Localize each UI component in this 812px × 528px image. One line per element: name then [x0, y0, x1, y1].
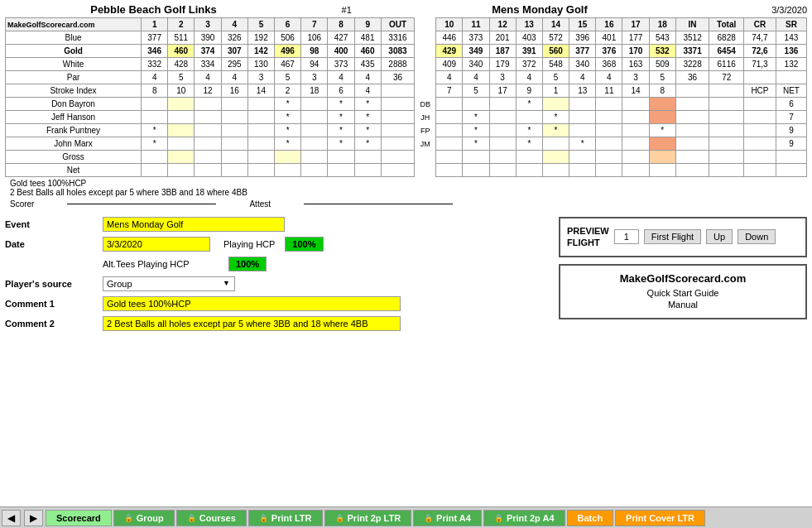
col-13: 13: [516, 18, 542, 31]
mgsc-box: MakeGolfScorecard.com Quick Start Guide …: [559, 264, 807, 319]
white-label: White: [6, 58, 142, 71]
website-cell: MakeGolfScorecard.com: [6, 18, 142, 31]
form-section: Event Date Playing HCP 100% Alt.Tees Pla…: [5, 217, 550, 336]
scorer-line: [67, 204, 216, 204]
comment1-input[interactable]: [103, 296, 401, 311]
attest-label: Attest: [249, 199, 271, 209]
batch-tab-label: Batch: [578, 513, 603, 523]
alt-tees-value: 100%: [228, 257, 267, 271]
event-row: Event: [5, 217, 550, 232]
column-header-row: MakeGolfScorecard.com 1 2 3 4 5 6 7 8 9 …: [6, 18, 807, 31]
col-spacer: [415, 18, 436, 31]
col-out: OUT: [381, 18, 414, 31]
tab-print-ltr[interactable]: 🔒 Print LTR: [248, 510, 323, 526]
comment2-row: Comment 2: [5, 316, 550, 331]
event-label: Event: [5, 219, 96, 229]
preview-flight-box: PREVIEWFLIGHT First Flight Up Down: [559, 217, 807, 257]
quick-start-link[interactable]: Quick Start Guide: [567, 288, 799, 298]
print-ltr-tab-label: Print LTR: [271, 513, 312, 523]
col-8: 8: [328, 18, 354, 31]
preview-label: PREVIEWFLIGHT: [567, 225, 609, 249]
tab-print-2p-ltr[interactable]: 🔒 Print 2p LTR: [324, 510, 412, 526]
scorecard-tab-label: Scorecard: [56, 513, 101, 523]
col-18: 18: [649, 18, 675, 31]
table-row: John Marx **** JM ***9: [6, 137, 807, 151]
nav-next-button[interactable]: ▶: [24, 510, 43, 526]
tab-scorecard[interactable]: Scorecard: [46, 510, 112, 526]
col-12: 12: [489, 18, 516, 31]
tab-group[interactable]: 🔒 Group: [113, 510, 175, 526]
down-button[interactable]: Down: [738, 229, 776, 244]
playing-hcp-value: 100%: [285, 237, 323, 252]
player-don: Don Bayron: [6, 98, 142, 111]
up-button[interactable]: Up: [706, 229, 733, 244]
print-a4-lock-icon: 🔒: [424, 514, 433, 522]
table-row: Stroke Index 81012161421864 751791131114…: [6, 84, 807, 98]
players-source-select[interactable]: Group: [103, 276, 235, 291]
players-source-label: Player's source: [5, 279, 96, 289]
col-2: 2: [168, 18, 195, 31]
col-4: 4: [221, 18, 247, 31]
comment-line2: 2 Best Balls all holes except par 5 wher…: [10, 188, 802, 197]
print-2p-a4-tab-label: Print 2p A4: [507, 513, 555, 523]
table-row: White 332428334295130467943734352888 409…: [6, 58, 807, 71]
right-panel: PREVIEWFLIGHT First Flight Up Down MakeG…: [559, 217, 807, 336]
par-label: Par: [6, 71, 142, 84]
scorer-label: Scorer: [10, 199, 34, 209]
tab-courses[interactable]: 🔒 Courses: [176, 510, 247, 526]
col-14: 14: [542, 18, 569, 31]
col-1: 1: [142, 18, 168, 31]
player-frank: Frank Puntney: [6, 124, 142, 137]
table-row: Gold 346460374307142496984004603083 4293…: [6, 45, 807, 58]
date-input[interactable]: [103, 237, 210, 252]
scorecard-header: Pebble Beach Golf Links #1 Mens Monday G…: [5, 3, 807, 16]
print-2p-ltr-tab-label: Print 2p LTR: [348, 513, 401, 523]
event-input[interactable]: [103, 217, 285, 232]
blue-label: Blue: [6, 31, 142, 45]
lower-section: Event Date Playing HCP 100% Alt.Tees Pla…: [0, 210, 812, 339]
col-cr: CR: [744, 18, 776, 31]
col-9: 9: [354, 18, 381, 31]
print-2p-ltr-lock-icon: 🔒: [335, 514, 344, 522]
col-15: 15: [569, 18, 596, 31]
table-row: Gross: [6, 151, 807, 164]
attest-line: [304, 204, 453, 204]
players-source-row: Player's source Group: [5, 276, 550, 291]
tab-print-2p-a4[interactable]: 🔒 Print 2p A4: [483, 510, 565, 526]
net-header: NET: [776, 84, 806, 98]
table-row: Jeff Hanson *** JH **7: [6, 111, 807, 124]
stroke-label: Stroke Index: [6, 84, 142, 98]
comments-area: Gold tees 100%HCP 2 Best Balls all holes…: [5, 177, 807, 210]
course-name: Pebble Beach Golf Links: [5, 3, 302, 16]
players-source-wrapper[interactable]: Group: [103, 276, 235, 291]
table-row: Frank Puntney **** FP ****9: [6, 124, 807, 137]
flight-number-input[interactable]: [614, 229, 639, 244]
print-cover-ltr-tab-label: Print Cover LTR: [626, 513, 694, 523]
print-a4-tab-label: Print A4: [436, 513, 471, 523]
net-label: Net: [6, 164, 142, 177]
col-16: 16: [596, 18, 622, 31]
tab-batch[interactable]: Batch: [567, 510, 614, 526]
comment1-label: Comment 1: [5, 299, 96, 309]
player-john: John Marx: [6, 137, 142, 151]
hcp-header: HCP: [744, 84, 776, 98]
player-jeff: Jeff Hanson: [6, 111, 142, 124]
col-11: 11: [463, 18, 489, 31]
group-tab-label: Group: [137, 513, 164, 523]
col-10: 10: [436, 18, 463, 31]
mgsc-title: MakeGolfScorecard.com: [567, 272, 799, 285]
event-name-header: Mens Monday Golf: [392, 3, 689, 16]
courses-lock-icon: 🔒: [187, 514, 196, 522]
tab-print-a4[interactable]: 🔒 Print A4: [413, 510, 482, 526]
gross-label: Gross: [6, 151, 142, 164]
nav-prev-button[interactable]: ◀: [2, 510, 21, 526]
tab-print-cover-ltr[interactable]: Print Cover LTR: [615, 510, 705, 526]
scorecard-table: MakeGolfScorecard.com 1 2 3 4 5 6 7 8 9 …: [5, 17, 807, 177]
first-flight-button[interactable]: First Flight: [644, 229, 701, 244]
bottom-nav: ◀ ▶ Scorecard 🔒 Group 🔒 Courses 🔒 Print …: [0, 506, 812, 528]
col-6: 6: [275, 18, 301, 31]
manual-link[interactable]: Manual: [567, 300, 799, 310]
courses-tab-label: Courses: [199, 513, 236, 523]
comment2-input[interactable]: [103, 316, 401, 331]
table-row: Par 45443534436 4434544353672: [6, 71, 807, 84]
